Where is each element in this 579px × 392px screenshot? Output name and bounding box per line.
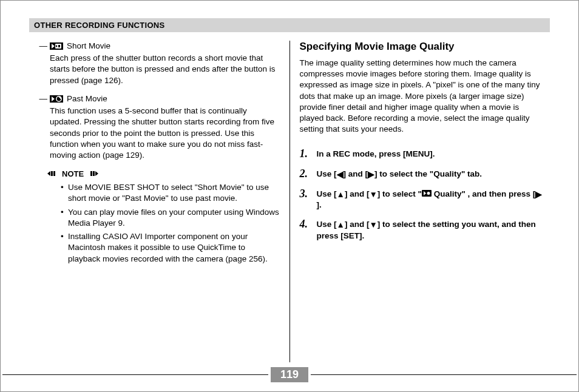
- list-dash: —: [35, 93, 50, 161]
- steps-list: 1. In a REC mode, press [MENU]. 2. Use […: [300, 147, 544, 242]
- svg-rect-12: [90, 171, 92, 176]
- footer-rule-right: [311, 374, 577, 375]
- svg-rect-10: [51, 171, 53, 176]
- column-divider: [290, 41, 290, 362]
- step-text: Use [▲] and [▼] to select the setting yo…: [317, 218, 544, 241]
- step-item: 2. Use [◀] and [▶] to select the "Qualit…: [300, 167, 544, 180]
- step-text: Use [▲] and [▼] to select " Quality" , a…: [317, 188, 544, 211]
- svg-point-17: [427, 192, 430, 195]
- movie-title: Short Movie: [67, 41, 110, 52]
- triangle-up-icon: ▲: [337, 189, 345, 200]
- step-text: Use [◀] and [▶] to select the "Quality" …: [317, 167, 482, 180]
- step-number: 1: [300, 147, 305, 160]
- step-item: 4. Use [▲] and [▼] to select the setting…: [300, 218, 544, 241]
- note-deco-right-icon: [87, 169, 98, 178]
- page-footer: 119: [0, 367, 579, 382]
- step-number: 3: [300, 188, 305, 200]
- step-item: 1. In a REC mode, press [MENU].: [300, 147, 544, 160]
- svg-marker-9: [47, 171, 50, 176]
- movie-item-short: — Short Movie Each press of the shutter …: [35, 41, 280, 86]
- movie-title: Past Movie: [67, 93, 107, 104]
- right-heading: Specifying Movie Image Quality: [300, 41, 544, 53]
- svg-rect-15: [422, 190, 432, 197]
- left-column: — Short Movie Each press of the shutter …: [29, 41, 286, 362]
- triangle-down-icon: ▼: [369, 189, 377, 200]
- note-item: Installing CASIO AVI Importer component …: [62, 231, 280, 265]
- step-item: 3. Use [▲] and [▼] to select " Quality" …: [300, 188, 544, 211]
- svg-marker-14: [95, 171, 98, 176]
- triangle-up-icon: ▲: [337, 220, 345, 231]
- section-title: OTHER RECORDING FUNCTIONS: [29, 18, 550, 32]
- movie-quality-icon: [422, 189, 432, 200]
- page-number: 119: [271, 367, 308, 382]
- past-movie-icon: [50, 95, 63, 103]
- step-text: In a REC mode, press [MENU].: [317, 147, 435, 160]
- movie-item-past: — Past Movie This function uses a 5-seco…: [35, 93, 280, 161]
- right-column: Specifying Movie Image Quality The image…: [294, 41, 550, 362]
- note-heading: NOTE: [47, 169, 280, 178]
- note-deco-left-icon: [47, 169, 58, 178]
- list-dash: —: [35, 41, 50, 86]
- short-movie-icon: [50, 42, 63, 50]
- right-intro: The image quality setting determines how…: [300, 58, 544, 135]
- footer-rule-left: [2, 374, 268, 375]
- triangle-right-icon: ▶: [535, 189, 542, 200]
- movie-body: This function uses a 5-second buffer tha…: [50, 106, 280, 161]
- note-list: Use MOVIE BEST SHOT to select "Short Mov…: [35, 182, 280, 265]
- step-number: 2: [300, 167, 305, 180]
- manual-page: OTHER RECORDING FUNCTIONS — Short Movie …: [0, 0, 579, 392]
- svg-rect-4: [58, 45, 60, 47]
- svg-rect-11: [53, 171, 55, 176]
- triangle-down-icon: ▼: [369, 220, 377, 231]
- triangle-left-icon: ◀: [337, 169, 344, 180]
- triangle-right-icon: ▶: [368, 169, 374, 180]
- note-item: You can play movie files on your compute…: [62, 207, 280, 229]
- two-column-layout: — Short Movie Each press of the shutter …: [29, 41, 550, 362]
- note-label: NOTE: [62, 169, 84, 178]
- movie-body: Each press of the shutter button records…: [50, 53, 280, 86]
- step-number: 4: [300, 218, 305, 230]
- svg-rect-13: [93, 171, 95, 176]
- note-item: Use MOVIE BEST SHOT to select "Short Mov…: [62, 182, 280, 204]
